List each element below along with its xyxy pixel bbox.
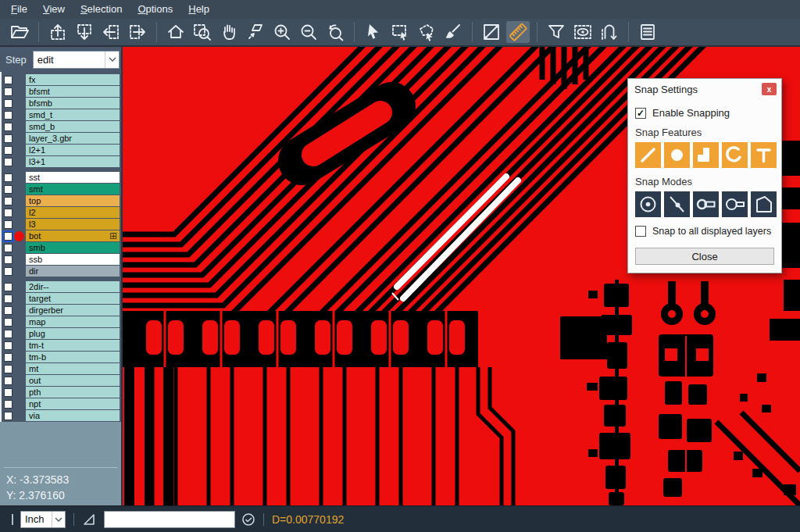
layer-checkbox[interactable] bbox=[4, 295, 12, 303]
layer-checkbox[interactable] bbox=[4, 388, 12, 397]
layer-row-sst[interactable]: sst bbox=[2, 172, 121, 183]
layer-row-pth[interactable]: pth bbox=[2, 387, 121, 398]
apply-check-icon[interactable] bbox=[241, 512, 255, 527]
zoom-area-icon[interactable] bbox=[191, 21, 214, 43]
layer-name[interactable]: top bbox=[26, 195, 120, 206]
layer-checkbox[interactable] bbox=[4, 306, 12, 315]
layer-row-top[interactable]: top bbox=[2, 195, 121, 206]
layer-name[interactable]: fx bbox=[26, 74, 120, 85]
layer-name[interactable]: bot⊞ bbox=[26, 230, 120, 241]
layer-name[interactable]: plug bbox=[26, 328, 120, 339]
mode-center-icon[interactable] bbox=[635, 191, 661, 217]
layer-checkbox[interactable] bbox=[4, 76, 12, 84]
layer-row-tm-b[interactable]: tm-b bbox=[2, 352, 121, 362]
dialog-titlebar[interactable]: Snap Settings x bbox=[628, 79, 781, 99]
layer-checkbox[interactable] bbox=[4, 341, 12, 350]
rect-select-icon[interactable] bbox=[388, 21, 412, 43]
filter-icon[interactable] bbox=[545, 21, 568, 43]
layer-row-layer_3.gbr[interactable]: layer_3.gbr bbox=[2, 133, 121, 144]
layer-name[interactable]: out bbox=[26, 375, 120, 386]
layer-checkbox[interactable] bbox=[4, 232, 12, 241]
layer-name[interactable]: l2 bbox=[26, 207, 120, 218]
menu-file[interactable]: File bbox=[3, 0, 35, 19]
layer-name[interactable]: l2+1 bbox=[26, 145, 120, 155]
pcb-canvas[interactable]: Snap Settings x ✓ Enable Snapping Snap F… bbox=[123, 47, 800, 505]
menu-view[interactable]: View bbox=[35, 0, 73, 19]
layer-name[interactable]: tm-t bbox=[26, 340, 120, 351]
layer-row-tm-t[interactable]: tm-t bbox=[2, 340, 121, 351]
open-folder-icon[interactable] bbox=[8, 21, 31, 43]
layer-checkbox[interactable] bbox=[4, 185, 12, 194]
layer-name[interactable]: tm-b bbox=[26, 352, 120, 362]
select-icon[interactable] bbox=[362, 21, 385, 43]
layer-checkbox[interactable] bbox=[4, 283, 12, 291]
menu-help[interactable]: Help bbox=[180, 0, 217, 19]
report-icon[interactable] bbox=[636, 21, 659, 43]
layer-name[interactable]: sst bbox=[26, 172, 120, 183]
layer-name[interactable]: dir bbox=[26, 266, 120, 277]
zoom-out-icon[interactable] bbox=[297, 21, 320, 43]
mode-outline-icon[interactable] bbox=[751, 191, 777, 217]
menu-options[interactable]: Options bbox=[130, 0, 180, 19]
layer-checkbox[interactable] bbox=[4, 111, 12, 120]
snap-pad-icon[interactable] bbox=[693, 142, 719, 168]
zoom-previous-icon[interactable] bbox=[323, 21, 347, 43]
layer-checkbox[interactable] bbox=[4, 318, 12, 327]
brush-icon[interactable] bbox=[441, 21, 465, 43]
ruler-icon[interactable] bbox=[506, 21, 530, 43]
layer-checkbox[interactable] bbox=[4, 173, 12, 182]
zoom-in-icon[interactable] bbox=[270, 21, 294, 43]
step-select[interactable]: edit bbox=[33, 51, 120, 69]
grid-icon[interactable]: ⊞ bbox=[109, 231, 117, 241]
layer-row-mt[interactable]: mt bbox=[2, 363, 121, 374]
angle-icon[interactable] bbox=[82, 512, 96, 527]
layer-checkbox[interactable] bbox=[4, 377, 12, 385]
layer-checkbox[interactable] bbox=[4, 330, 12, 338]
layer-row-npt[interactable]: npt bbox=[2, 398, 121, 409]
layer-row-target[interactable]: target bbox=[2, 293, 121, 304]
layer-checkbox[interactable] bbox=[4, 99, 12, 108]
layer-checkbox[interactable] bbox=[4, 87, 12, 96]
layer-name[interactable]: ssb bbox=[26, 254, 120, 265]
measure-line-icon[interactable] bbox=[480, 21, 503, 43]
layer-name[interactable]: smb bbox=[26, 242, 120, 253]
layer-name[interactable]: npt bbox=[26, 398, 120, 409]
layer-name[interactable]: 2dir-- bbox=[26, 281, 120, 292]
layer-row-smd_t[interactable]: smd_t bbox=[2, 109, 121, 120]
layer-name[interactable]: via bbox=[26, 410, 120, 421]
layer-row-l3+1[interactable]: l3+1 bbox=[2, 156, 121, 167]
layer-row-plug[interactable]: plug bbox=[2, 328, 121, 339]
snap-text-icon[interactable] bbox=[751, 142, 777, 168]
layer-row-dir[interactable]: dir bbox=[2, 266, 121, 277]
layer-row-bfsmt[interactable]: bfsmt bbox=[2, 86, 121, 97]
layer-checkbox[interactable] bbox=[4, 353, 12, 362]
layer-checkbox[interactable] bbox=[4, 197, 12, 205]
move-shape-icon[interactable] bbox=[244, 21, 267, 43]
layer-row-l2[interactable]: l2 bbox=[2, 207, 121, 218]
move-up-icon[interactable] bbox=[46, 21, 70, 43]
layer-row-smt[interactable]: smt bbox=[2, 184, 121, 195]
snap-route-icon[interactable] bbox=[598, 21, 621, 43]
home-icon[interactable] bbox=[164, 21, 188, 43]
layer-row-l3[interactable]: l3 bbox=[2, 219, 121, 230]
layer-checkbox[interactable] bbox=[4, 123, 12, 131]
move-down-icon[interactable] bbox=[73, 21, 96, 43]
unit-select[interactable]: Inch bbox=[20, 511, 66, 528]
layer-row-fx[interactable]: fx bbox=[2, 74, 121, 85]
layer-name[interactable]: smd_t bbox=[26, 109, 120, 120]
dialog-close-icon[interactable]: x bbox=[762, 83, 777, 95]
mode-slot-right-icon[interactable] bbox=[722, 191, 748, 217]
layer-row-ssb[interactable]: ssb bbox=[2, 254, 121, 265]
layer-row-2dir--[interactable]: 2dir-- bbox=[2, 281, 121, 292]
layer-checkbox[interactable] bbox=[4, 146, 12, 155]
layer-row-map[interactable]: map bbox=[2, 316, 121, 327]
layer-checkbox[interactable] bbox=[4, 267, 12, 276]
layer-name[interactable]: layer_3.gbr bbox=[26, 133, 120, 144]
layer-row-bfsmb[interactable]: bfsmb bbox=[2, 98, 121, 109]
layer-row-via[interactable]: via bbox=[2, 410, 121, 421]
poly-select-icon[interactable] bbox=[415, 21, 438, 43]
layer-checkbox[interactable] bbox=[4, 255, 12, 264]
pan-icon[interactable] bbox=[217, 21, 241, 43]
layer-row-out[interactable]: out bbox=[2, 375, 121, 386]
layer-checkbox[interactable] bbox=[4, 244, 12, 252]
